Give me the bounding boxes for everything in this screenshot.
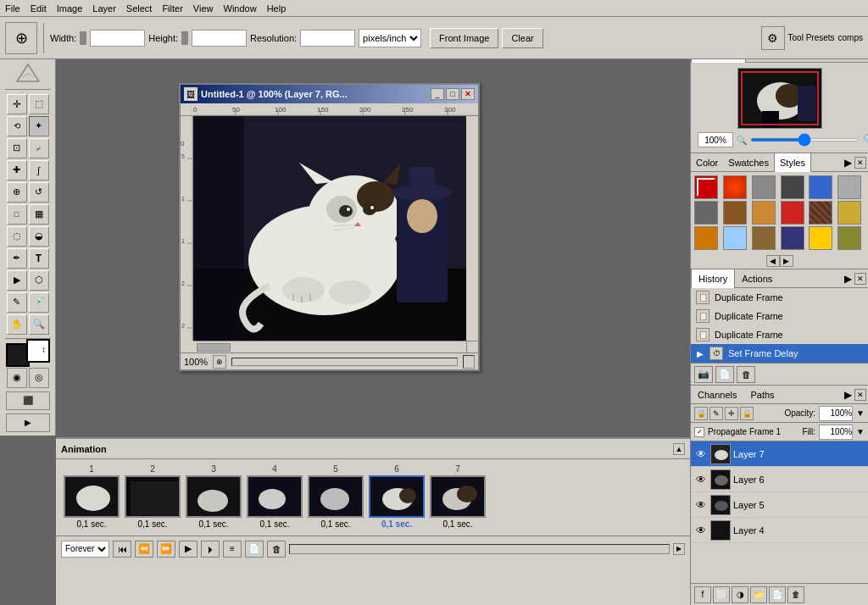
style-swatch-14[interactable]: [752, 226, 776, 250]
frame-3[interactable]: 3 0,1 sec.: [185, 464, 242, 529]
layer-styles-btn[interactable]: f: [694, 586, 711, 603]
hand-tool[interactable]: ✋: [7, 314, 27, 335]
crop-tool[interactable]: ⊡: [7, 138, 27, 158]
style-swatch-3[interactable]: [781, 175, 804, 199]
nav-zoom-in-icon[interactable]: 🔍: [863, 134, 868, 146]
marquee-tool[interactable]: ⬚: [29, 94, 49, 114]
layer-visibility-5[interactable]: 👁: [694, 498, 708, 512]
clone-tool[interactable]: ⊕: [7, 182, 27, 203]
tab-color[interactable]: Color: [691, 153, 723, 172]
new-group-btn[interactable]: 📁: [750, 586, 767, 603]
lock-position-icon[interactable]: ✛: [725, 407, 738, 420]
history-item-3[interactable]: ▶ ⏱ Set Frame Delay: [691, 344, 868, 363]
history-new-doc[interactable]: 📄: [715, 366, 734, 383]
path-tool[interactable]: ▶: [7, 270, 27, 291]
standard-mode[interactable]: ◉: [7, 368, 27, 388]
v-scroll-track[interactable]: [463, 355, 475, 369]
tab-swatches[interactable]: Swatches: [723, 153, 774, 172]
style-swatch-7[interactable]: [723, 201, 747, 225]
menu-view[interactable]: View: [188, 2, 219, 15]
style-swatch-5[interactable]: [837, 175, 861, 199]
frame-6[interactable]: 6 0,1 sec.: [368, 464, 426, 529]
history-delete[interactable]: 🗑: [737, 366, 755, 383]
frame-1[interactable]: 1 0,1 sec.: [63, 464, 120, 529]
menu-help[interactable]: Help: [262, 2, 292, 15]
tab-channels[interactable]: Channels: [691, 386, 743, 404]
add-mask-btn[interactable]: ⬜: [713, 586, 730, 603]
clear-button[interactable]: Clear: [502, 28, 542, 48]
play-options-button[interactable]: ⏵: [201, 541, 220, 558]
tool-options-icon[interactable]: ⊕: [5, 22, 37, 54]
height-input[interactable]: [192, 30, 247, 47]
quick-mask[interactable]: ◎: [29, 368, 49, 388]
zoom-tool[interactable]: 🔍: [29, 314, 49, 335]
animation-options-button[interactable]: ≡: [223, 541, 242, 558]
rewind-button[interactable]: ⏮: [113, 541, 131, 558]
lock-all-icon[interactable]: 🔒: [740, 407, 754, 420]
layer-item-5[interactable]: 👁 Layer 5: [691, 492, 868, 518]
nav-zoom-slider[interactable]: [750, 138, 860, 142]
menu-image[interactable]: Image: [52, 2, 88, 15]
menu-filter[interactable]: Filter: [157, 2, 187, 15]
frame-2[interactable]: 2 0,1 sec.: [124, 464, 181, 529]
history-item-0[interactable]: 📋 Duplicate Frame: [691, 288, 868, 307]
tab-paths[interactable]: Paths: [743, 386, 781, 404]
nav-zoom-input[interactable]: [698, 132, 733, 147]
history-item-1[interactable]: 📋 Duplicate Frame: [691, 307, 868, 325]
style-swatch-10[interactable]: [809, 201, 832, 225]
styles-scroll-right[interactable]: ▶: [780, 255, 793, 267]
channels-panel-menu[interactable]: ▶: [844, 389, 852, 401]
style-swatch-0[interactable]: [694, 175, 718, 199]
styles-scroll-left[interactable]: ◀: [766, 255, 780, 267]
color-panel-menu[interactable]: ▶: [844, 157, 852, 169]
play-button[interactable]: ▶: [179, 541, 198, 558]
ps-options-icon[interactable]: ⚙: [761, 26, 785, 50]
channels-panel-close[interactable]: ✕: [854, 389, 866, 401]
blur-tool[interactable]: ◌: [7, 226, 27, 247]
step-forward-button[interactable]: ⏩: [157, 541, 175, 558]
screen-mode[interactable]: ⬛: [6, 391, 50, 410]
eraser-tool[interactable]: □: [7, 204, 27, 225]
style-swatch-15[interactable]: [781, 226, 804, 250]
layer-item-7[interactable]: 👁 Layer 7: [691, 441, 868, 467]
frame-4[interactable]: 4 0,1 sec.: [246, 464, 303, 529]
fill-input[interactable]: [819, 425, 853, 440]
width-input[interactable]: [90, 30, 145, 47]
brush-tool[interactable]: ∫: [29, 160, 49, 180]
swap-colors-icon[interactable]: ↕: [38, 343, 50, 355]
prop-indicator-h[interactable]: [181, 31, 188, 45]
shape-tool[interactable]: ⬡: [29, 270, 49, 291]
tab-actions[interactable]: Actions: [735, 269, 779, 288]
layer-item-6[interactable]: 👁 Layer 6: [691, 467, 868, 492]
delete-layer-btn[interactable]: 🗑: [787, 586, 804, 603]
gradient-tool[interactable]: ▦: [29, 204, 49, 225]
layer-visibility-7[interactable]: 👁: [694, 447, 708, 461]
history-panel-menu[interactable]: ▶: [844, 273, 852, 285]
history-brush-tool[interactable]: ↺: [29, 182, 49, 203]
menu-file[interactable]: File: [0, 2, 25, 15]
delete-frame-button[interactable]: 🗑: [267, 541, 286, 558]
text-tool[interactable]: T: [29, 248, 49, 269]
canvas-image[interactable]: [193, 116, 466, 341]
jump-to-imageready[interactable]: ▶: [6, 414, 50, 432]
menu-layer[interactable]: Layer: [87, 2, 121, 15]
menu-window[interactable]: Window: [219, 2, 262, 15]
style-swatch-2[interactable]: [752, 175, 776, 199]
anim-panel-expand[interactable]: ▲: [673, 443, 685, 455]
frame-5[interactable]: 5 0,1 sec.: [307, 464, 364, 529]
style-swatch-12[interactable]: [694, 226, 718, 250]
unit-select[interactable]: pixels/inch pixels/cm: [359, 29, 421, 47]
heal-tool[interactable]: ✚: [7, 160, 27, 180]
style-swatch-9[interactable]: [781, 201, 804, 225]
menu-select[interactable]: Select: [121, 2, 158, 15]
history-item-2[interactable]: 📋 Duplicate Frame: [691, 325, 868, 344]
doc-minimize-button[interactable]: _: [431, 88, 444, 100]
new-fill-layer-btn[interactable]: ◑: [732, 586, 748, 603]
document-titlebar[interactable]: 🖼 Untitled-1 @ 100% (Layer 7, RG... _ □ …: [181, 85, 478, 103]
history-panel-close[interactable]: ✕: [854, 273, 866, 285]
tab-styles[interactable]: Styles: [774, 153, 811, 172]
style-swatch-16[interactable]: [809, 226, 832, 250]
propagate-checkbox[interactable]: ✓: [694, 427, 704, 437]
history-new-snapshot[interactable]: 📷: [694, 366, 713, 383]
magic-wand-tool[interactable]: ✦: [29, 116, 49, 136]
